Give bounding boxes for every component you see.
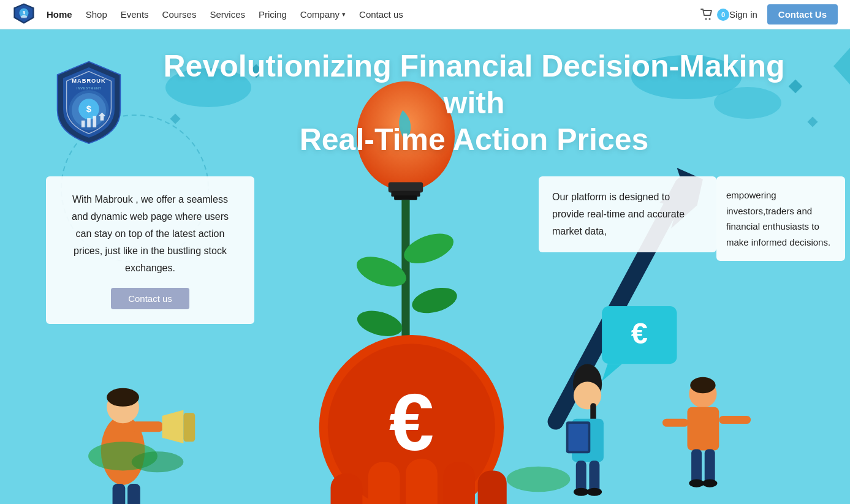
nav-company-label: Company — [300, 9, 340, 20]
svg-rect-55 — [113, 484, 126, 504]
svg-rect-75 — [719, 416, 751, 424]
nav-right: Sign in Contact Us — [729, 4, 838, 24]
headline-line2: Real-Time Action Prices — [300, 122, 649, 157]
svg-point-62 — [574, 382, 601, 409]
svg-point-79 — [689, 480, 704, 487]
svg-text:$: $ — [86, 103, 92, 114]
svg-rect-47 — [443, 462, 475, 504]
nav-shop[interactable]: Shop — [86, 9, 107, 20]
svg-rect-67 — [576, 461, 586, 492]
svg-point-72 — [690, 377, 715, 393]
svg-point-50 — [107, 391, 139, 423]
nav-pricing[interactable]: Pricing — [259, 9, 287, 20]
svg-rect-23 — [87, 118, 91, 127]
svg-rect-44 — [331, 473, 363, 504]
svg-text:€: € — [389, 377, 434, 467]
svg-point-51 — [107, 388, 139, 407]
svg-rect-46 — [406, 459, 438, 504]
svg-rect-77 — [691, 449, 702, 484]
svg-rect-63 — [590, 403, 596, 429]
hero-top-row: MABROUK INVESTMENT $ Revolutionizing Fin… — [0, 29, 850, 164]
nav-contact[interactable]: Contact us — [359, 9, 403, 20]
hero-logo-badge: MABROUK INVESTMENT $ — [49, 59, 129, 147]
svg-point-49 — [101, 416, 145, 485]
svg-rect-65 — [566, 421, 591, 453]
hero-mid-space — [254, 170, 539, 366]
nav-links: Home Shop Events Courses Services Pricin… — [47, 9, 694, 20]
hero-left-text: With Mabrouk , we offer a seamless and d… — [63, 191, 237, 277]
contact-us-nav-button[interactable]: Contact Us — [767, 4, 838, 24]
svg-point-71 — [689, 380, 716, 408]
chevron-down-icon: ▾ — [342, 10, 346, 18]
svg-point-80 — [702, 480, 717, 487]
hero-contact-button[interactable]: Contact us — [111, 288, 189, 309]
navbar: $ Home Shop Events Courses Services Pric… — [0, 0, 850, 29]
svg-marker-73 — [699, 409, 707, 434]
hero-mid-text: Our platform is designed to provide real… — [552, 189, 703, 240]
hero-headline: Revolutionizing Financial Decision-Makin… — [147, 48, 801, 158]
svg-rect-66 — [569, 424, 588, 451]
svg-marker-53 — [162, 410, 184, 444]
svg-point-70 — [587, 488, 602, 496]
svg-rect-24 — [93, 116, 97, 127]
logo[interactable]: $ — [12, 2, 47, 28]
sign-in-link[interactable]: Sign in — [729, 9, 757, 20]
svg-rect-64 — [572, 419, 604, 462]
hero-right-block2: empowering investors,traders and financi… — [716, 176, 845, 261]
svg-point-5 — [705, 18, 707, 20]
svg-text:MABROUK: MABROUK — [72, 78, 105, 84]
svg-point-6 — [708, 18, 710, 20]
nav-services[interactable]: Services — [210, 9, 245, 20]
hero-right-block1: Our platform is designed to provide real… — [539, 176, 716, 252]
hero-right-text: empowering investors,traders and financi… — [726, 187, 835, 250]
cart-badge: 0 — [717, 9, 729, 21]
svg-rect-76 — [662, 419, 688, 427]
hero-columns: With Mabrouk , we offer a seamless and d… — [0, 164, 850, 372]
svg-rect-45 — [368, 462, 400, 504]
svg-rect-48 — [478, 470, 507, 504]
svg-rect-54 — [183, 413, 195, 442]
nav-events[interactable]: Events — [121, 9, 149, 20]
svg-point-81 — [88, 442, 157, 470]
svg-point-82 — [132, 451, 184, 472]
svg-rect-56 — [127, 484, 140, 504]
svg-rect-74 — [687, 407, 719, 451]
svg-rect-52 — [132, 421, 164, 432]
svg-point-69 — [574, 488, 588, 496]
hero-section: MABROUK INVESTMENT $ Revolutionizing Fin… — [0, 29, 850, 504]
svg-text:INVESTMENT: INVESTMENT — [77, 86, 102, 90]
hero-left-block: With Mabrouk , we offer a seamless and d… — [46, 176, 254, 324]
cart-icon — [700, 9, 714, 21]
svg-rect-22 — [82, 121, 85, 127]
nav-home[interactable]: Home — [47, 9, 72, 20]
headline-line1: Revolutionizing Financial Decision-Makin… — [164, 49, 785, 120]
nav-courses[interactable]: Courses — [162, 9, 197, 20]
nav-company-dropdown[interactable]: Company ▾ — [300, 9, 346, 20]
svg-rect-68 — [589, 461, 599, 492]
cart-button[interactable]: 0 — [700, 9, 729, 21]
svg-point-83 — [507, 467, 571, 492]
svg-rect-78 — [705, 449, 715, 484]
